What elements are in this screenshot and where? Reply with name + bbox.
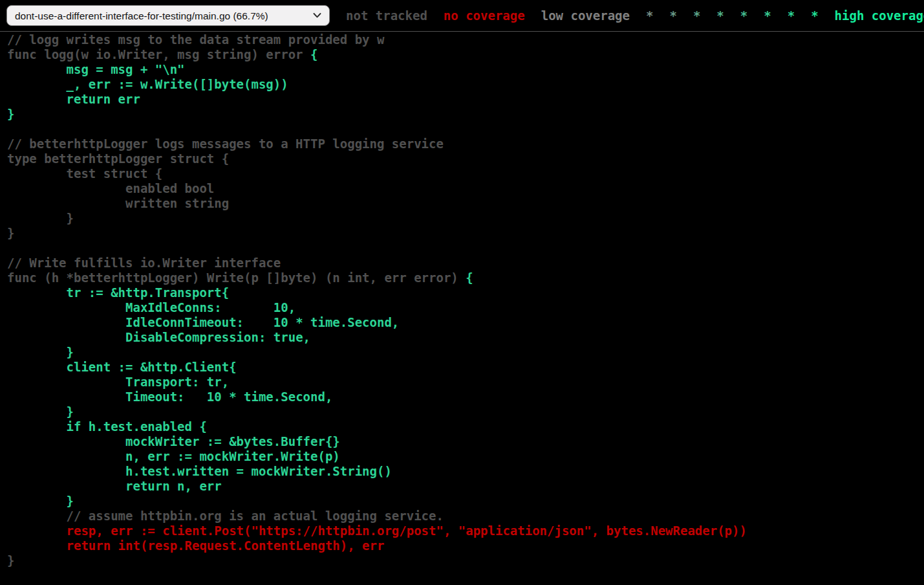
file-select-wrapper: dont-use-a-different-interface-for-testi… — [6, 5, 330, 26]
legend-item-star-4: * — [716, 8, 724, 23]
legend-item-star-8: * — [811, 8, 818, 23]
code-segment-cov0: resp, err := client.Post("https://httpbi… — [7, 524, 747, 553]
legend-item-star-5: * — [740, 8, 747, 23]
source-code: // logg writes msg to the data stream pr… — [7, 32, 924, 568]
legend-item-star-2: * — [669, 8, 676, 23]
code-segment-ntr: // logg writes msg to the data stream pr… — [7, 32, 384, 61]
legend-item-not-tracked: not tracked — [346, 8, 427, 23]
code-segment-ntr: // betterhttpLogger logs messages to a H… — [7, 137, 466, 285]
legend-item-star-3: * — [693, 8, 700, 23]
code-segment-cov8: { tr := &http.Transport{ MaxIdleConns: 1… — [7, 270, 473, 434]
content: // logg writes msg to the data stream pr… — [0, 32, 924, 568]
file-select[interactable]: dont-use-a-different-interface-for-testi… — [6, 5, 330, 26]
legend-item-star-1: * — [646, 8, 653, 23]
topbar: dont-use-a-different-interface-for-testi… — [0, 0, 924, 32]
legend-item-high-coverage: high coverage — [835, 8, 924, 23]
coverage-legend: not trackedno coveragelow coverage******… — [346, 8, 924, 23]
legend-item-low-coverage: low coverage — [541, 8, 630, 23]
code-segment-ntr: } — [7, 553, 14, 568]
legend-item-star-6: * — [764, 8, 771, 23]
legend-item-no-coverage: no coverage — [444, 8, 525, 23]
legend-item-star-7: * — [788, 8, 795, 23]
